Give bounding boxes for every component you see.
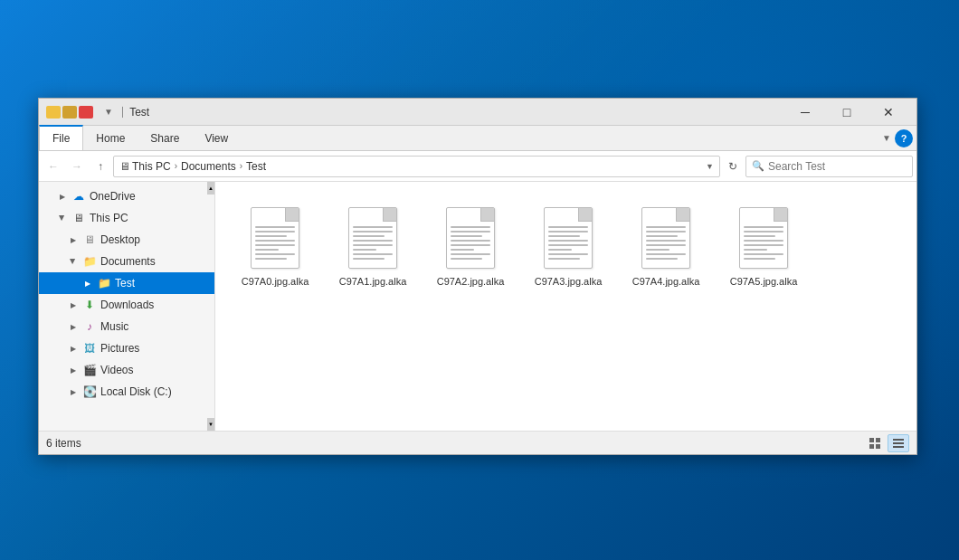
sidebar-item-test[interactable]: ▶ 📁 Test <box>39 272 214 294</box>
search-input[interactable] <box>768 160 907 173</box>
file-icon-0 <box>251 207 299 269</box>
file-item-0[interactable]: C97A0.jpg.alka <box>230 196 320 296</box>
file-icon-3 <box>544 207 593 269</box>
documents-icon: 📁 <box>82 254 97 269</box>
file-lines-3 <box>548 226 588 260</box>
list-view-button[interactable] <box>888 434 909 452</box>
file-icon-wrapper-0 <box>246 204 304 271</box>
expand-desktop: ▶ <box>68 234 79 245</box>
expand-videos: ▶ <box>68 365 79 375</box>
title-icon-2 <box>62 106 77 119</box>
expand-onedrive: ▶ <box>57 191 68 202</box>
minimize-button[interactable]: ─ <box>784 99 826 126</box>
file-item-1[interactable]: C97A1.jpg.alka <box>328 196 418 296</box>
search-icon: 🔍 <box>752 160 764 172</box>
address-bar: ← → ↑ 🖥 This PC › Documents › Test ▼ ↻ 🔍 <box>39 151 916 182</box>
file-item-3[interactable]: C97A3.jpg.alka <box>523 196 613 296</box>
videos-icon: 🎬 <box>82 363 97 377</box>
sidebar-item-desktop[interactable]: ▶ 🖥 Desktop <box>39 229 214 251</box>
file-icon-4 <box>641 207 690 269</box>
title-separator: │ <box>120 107 126 117</box>
expand-documents: ▶ <box>68 256 79 267</box>
file-name-3: C97A3.jpg.alka <box>535 275 603 288</box>
file-name-4: C97A4.jpg.alka <box>632 275 700 288</box>
status-bar: 6 items <box>39 431 916 454</box>
expand-pictures: ▶ <box>68 343 79 354</box>
help-button[interactable]: ? <box>895 129 913 147</box>
sidebar-item-onedrive[interactable]: ▶ ☁ OneDrive <box>39 185 214 207</box>
svg-rect-0 <box>869 438 874 442</box>
file-icon-5 <box>739 207 788 269</box>
tab-view[interactable]: View <box>192 126 241 151</box>
file-name-5: C97A5.jpg.alka <box>730 275 798 288</box>
sidebar-item-localdisk[interactable]: ▶ 💽 Local Disk (C:) <box>39 381 214 403</box>
close-button[interactable]: ✕ <box>868 99 909 126</box>
tab-file[interactable]: File <box>39 125 83 150</box>
address-dropdown-arrow[interactable]: ▼ <box>706 162 714 171</box>
svg-rect-6 <box>893 446 904 448</box>
main-content: ▲ ▶ ☁ OneDrive ▶ 🖥 This PC ▶ 🖥 Desktop <box>39 182 916 431</box>
window-title: Test <box>129 106 784 119</box>
sidebar-label-test: Test <box>115 277 135 289</box>
file-lines-1 <box>353 226 393 260</box>
expand-downloads: ▶ <box>68 299 79 310</box>
file-lines-2 <box>451 226 490 260</box>
grid-view-button[interactable] <box>864 434 886 452</box>
explorer-window: ▼ │ Test ─ □ ✕ File Home Share View ▼ ? … <box>38 98 917 455</box>
desktop-icon: 🖥 <box>82 233 97 247</box>
tab-home[interactable]: Home <box>83 126 138 151</box>
sidebar-item-documents[interactable]: ▶ 📁 Documents <box>39 251 214 272</box>
file-item-2[interactable]: C97A2.jpg.alka <box>425 196 516 296</box>
file-icon-wrapper-1 <box>344 204 402 271</box>
ribbon-expand[interactable]: ▼ <box>882 133 891 143</box>
item-count: 6 items <box>46 437 864 450</box>
sidebar-item-thispc[interactable]: ▶ 🖥 This PC <box>39 207 214 229</box>
expand-thispc: ▶ <box>57 213 68 223</box>
pictures-icon: 🖼 <box>82 341 97 356</box>
expand-test: ▶ <box>82 278 93 289</box>
svg-rect-2 <box>869 444 874 449</box>
sidebar-item-downloads[interactable]: ▶ ⬇ Downloads <box>39 294 214 316</box>
title-bar: ▼ │ Test ─ □ ✕ <box>39 99 916 126</box>
ribbon-tabs: File Home Share View ▼ ? <box>39 126 916 151</box>
title-arrow: ▼ <box>104 107 113 117</box>
file-icon-wrapper-5 <box>735 204 793 271</box>
up-button[interactable]: ↑ <box>90 156 111 177</box>
path-sep-1: › <box>175 161 177 171</box>
file-lines-4 <box>646 226 686 260</box>
file-lines-0 <box>255 226 295 260</box>
sidebar-item-music[interactable]: ▶ ♪ Music <box>39 316 214 337</box>
sidebar-label-desktop: Desktop <box>100 233 140 246</box>
music-icon: ♪ <box>82 319 97 334</box>
svg-rect-4 <box>893 439 904 441</box>
file-lines-5 <box>744 226 783 260</box>
address-path[interactable]: 🖥 This PC › Documents › Test ▼ <box>113 156 720 177</box>
title-bar-icons <box>46 106 93 119</box>
back-button[interactable]: ← <box>43 156 64 177</box>
file-icon-wrapper-3 <box>539 204 597 271</box>
sidebar-label-thispc: This PC <box>90 212 128 224</box>
sidebar-label-documents: Documents <box>100 255 156 268</box>
search-box[interactable]: 🔍 <box>745 156 913 177</box>
sidebar-scroll-up[interactable]: ▲ <box>207 182 214 195</box>
svg-rect-3 <box>876 444 880 449</box>
file-item-5[interactable]: C97A5.jpg.alka <box>718 196 809 296</box>
maximize-button[interactable]: □ <box>826 99 868 126</box>
sidebar-item-videos[interactable]: ▶ 🎬 Videos <box>39 359 214 381</box>
sidebar-label-onedrive: OneDrive <box>90 190 136 203</box>
view-toggles <box>864 434 909 452</box>
refresh-button[interactable]: ↻ <box>722 156 744 177</box>
file-icon-1 <box>348 207 397 269</box>
sidebar-label-music: Music <box>100 320 128 333</box>
file-item-4[interactable]: C97A4.jpg.alka <box>621 196 711 296</box>
svg-rect-1 <box>876 438 880 442</box>
onedrive-icon: ☁ <box>71 189 86 204</box>
sidebar-label-videos: Videos <box>100 364 133 376</box>
file-icon-wrapper-4 <box>637 204 695 271</box>
tab-share[interactable]: Share <box>138 126 192 151</box>
sidebar-label-downloads: Downloads <box>100 299 154 311</box>
sidebar-item-pictures[interactable]: ▶ 🖼 Pictures <box>39 337 214 359</box>
sidebar-scroll-down[interactable]: ▼ <box>207 418 214 431</box>
thispc-icon: 🖥 <box>71 211 86 225</box>
forward-button[interactable]: → <box>66 156 88 177</box>
